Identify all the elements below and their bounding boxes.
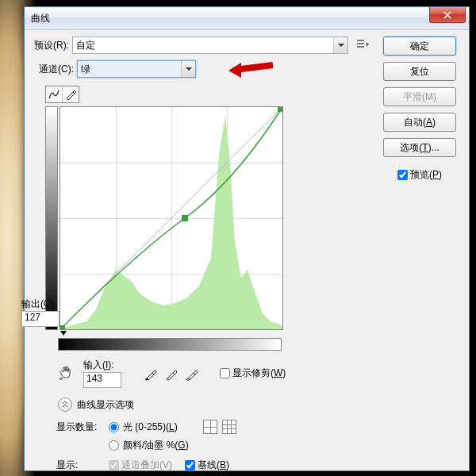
light-radio-label: 光 (0-255)(L) xyxy=(123,420,178,434)
dropdown-arrow-icon xyxy=(181,61,195,77)
curve-point-tool[interactable] xyxy=(46,86,63,102)
light-radio[interactable] xyxy=(109,422,119,432)
output-gradient xyxy=(45,106,58,330)
channel-overlay-label: 通道叠加(V) xyxy=(121,459,172,472)
curve-graph[interactable] xyxy=(60,106,283,330)
light-radio-row[interactable]: 光 (0-255)(L) xyxy=(109,420,178,434)
auto-button[interactable]: 自动(A) xyxy=(383,113,456,132)
grid-detailed-icon[interactable] xyxy=(222,420,236,434)
svg-rect-3 xyxy=(278,107,282,112)
output-label: 输出(O): xyxy=(21,298,61,311)
input-gradient xyxy=(58,338,282,351)
black-point-eyedropper[interactable] xyxy=(144,366,159,382)
preview-row[interactable]: 预览(P) xyxy=(397,168,442,182)
preset-label: 预设(R): xyxy=(34,39,69,52)
gray-point-eyedropper[interactable] xyxy=(164,366,180,382)
preview-checkbox[interactable] xyxy=(397,170,408,180)
svg-point-5 xyxy=(167,378,169,380)
titlebar[interactable]: 曲线 xyxy=(25,7,469,30)
channel-value: 绿 xyxy=(81,63,90,76)
options-button[interactable]: 选项(T)... xyxy=(383,138,456,157)
input-value-input[interactable]: 143 xyxy=(83,372,121,388)
curves-dialog: 曲线 预设(R): 自定 通道(C): 绿 xyxy=(24,6,470,471)
dropdown-arrow-icon xyxy=(333,37,347,53)
hand-tool[interactable] xyxy=(58,363,75,383)
curve-line xyxy=(60,107,282,329)
channel-dropdown[interactable]: 绿 xyxy=(77,60,196,78)
grid-simple-icon[interactable] xyxy=(203,420,217,434)
preset-value: 自定 xyxy=(76,39,95,52)
pigment-radio-label: 颜料/油墨 %(G) xyxy=(123,439,189,452)
display-amount-label: 显示数量: xyxy=(56,420,104,434)
svg-rect-1 xyxy=(182,215,188,221)
output-value-input[interactable]: 127 xyxy=(21,311,60,327)
channel-label: 通道(C): xyxy=(39,63,74,76)
chevron-up-icon xyxy=(61,401,69,409)
pigment-radio-row[interactable]: 颜料/油墨 %(G) xyxy=(109,439,189,452)
svg-point-6 xyxy=(187,378,190,380)
curve-tools xyxy=(45,86,79,103)
curve-options-label: 曲线显示选项 xyxy=(77,398,134,412)
reset-button[interactable]: 复位 xyxy=(383,62,456,81)
curve-pencil-tool[interactable] xyxy=(63,86,79,102)
white-point-eyedropper[interactable] xyxy=(185,366,201,382)
input-label: 输入(I): xyxy=(83,359,121,372)
pigment-radio[interactable] xyxy=(109,440,119,451)
preset-menu-button[interactable] xyxy=(356,39,370,52)
show-clipping-label: 显示修剪(W) xyxy=(232,367,286,380)
black-point-slider[interactable] xyxy=(60,331,67,336)
baseline-checkbox[interactable] xyxy=(185,460,195,470)
preview-label: 预览(P) xyxy=(410,168,442,182)
close-button[interactable] xyxy=(429,7,466,23)
close-icon xyxy=(443,11,451,19)
channel-overlay-checkbox xyxy=(109,460,119,470)
ok-button[interactable]: 确定 xyxy=(383,36,456,56)
window-title: 曲线 xyxy=(31,12,50,25)
svg-point-4 xyxy=(146,378,148,380)
show-clipping-checkbox[interactable] xyxy=(220,368,230,378)
baseline-label: 基线(B) xyxy=(198,459,229,472)
smooth-button: 平滑(M) xyxy=(383,87,456,106)
display-label: 显示: xyxy=(56,459,104,472)
collapse-options-button[interactable] xyxy=(58,397,72,412)
preset-dropdown[interactable]: 自定 xyxy=(72,36,348,54)
